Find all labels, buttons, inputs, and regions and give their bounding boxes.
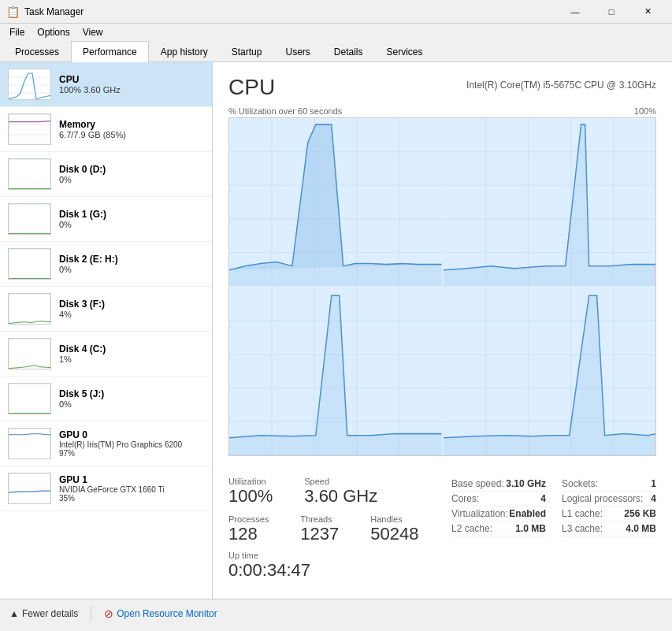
svg-rect-15 [9,473,50,504]
disk1-label: Disk 1 (G:) [59,209,204,220]
detail-title: CPU [228,75,275,100]
info-key-0: Base speed: [451,478,504,489]
stat-threads: Threads 1237 [300,514,339,544]
tab-app-history[interactable]: App history [149,41,220,62]
bottom-bar-separator [91,606,91,622]
maximize-button[interactable]: □ [593,0,629,24]
fewer-details-button[interactable]: ▲ Fewer details [9,608,78,619]
disk3-value: 4% [59,310,204,319]
chevron-up-icon: ▲ [9,608,19,619]
info-val-7: 4.0 MB [626,523,656,534]
info-row-4: Virtualization: Enabled [451,507,546,522]
handles-value: 50248 [370,524,418,544]
cpu-mini-graph [8,69,51,100]
info-row-3: Logical processors: 4 [562,492,656,507]
detail-header: CPU Intel(R) Core(TM) i5-5675C CPU @ 3.1… [228,75,656,100]
memory-mini-graph [8,113,51,145]
window-title: Task Manager [24,6,557,17]
speed-value: 3.60 GHz [304,486,377,507]
disk1-mini-graph [8,203,51,235]
info-val-3: 4 [651,493,656,504]
resource-icon: ⊘ [104,607,113,620]
sidebar: CPU 100% 3.60 GHz Memory 6.7/7.9 GB (85%… [0,62,213,599]
utilization-value: 100% [228,486,273,507]
sidebar-item-disk1[interactable]: Disk 1 (G:) 0% [0,197,212,242]
sidebar-item-memory[interactable]: Memory 6.7/7.9 GB (85%) [0,107,212,152]
info-row-1: Sockets: 1 [562,477,656,492]
tab-users[interactable]: Users [273,41,321,62]
cpu-graph-0 [229,118,442,286]
sidebar-item-disk2[interactable]: Disk 2 (E: H:) 0% [0,242,212,287]
threads-value: 1237 [300,524,339,544]
cpu-value: 100% 3.60 GHz [59,85,204,95]
disk0-value: 0% [59,175,204,184]
cpu-graph-2 [229,288,442,455]
tab-processes[interactable]: Processes [3,41,71,62]
info-val-5: 256 KB [624,508,656,519]
svg-rect-10 [9,249,50,280]
svg-rect-0 [9,69,51,100]
sidebar-item-disk5[interactable]: Disk 5 (J:) 0% [0,377,212,421]
gpu1-mini-graph [8,473,51,504]
stats-left: Utilization 100% Speed 3.60 GHz Processe… [228,466,451,581]
fewer-details-label: Fewer details [22,608,78,619]
tab-details[interactable]: Details [322,41,375,62]
sidebar-item-gpu1[interactable]: GPU 1 NVIDIA GeForce GTX 1660 Ti35% [0,466,212,511]
cpu-graph-1 [444,118,656,286]
gpu0-mini-graph [8,428,51,459]
svg-rect-14 [9,429,50,459]
tab-performance[interactable]: Performance [71,41,149,62]
disk4-mini-graph [8,338,51,369]
svg-rect-9 [9,204,50,235]
sidebar-item-disk4[interactable]: Disk 4 (C:) 1% [0,332,212,377]
close-button[interactable]: ✕ [629,0,666,24]
disk2-value: 0% [59,265,204,274]
sidebar-item-cpu[interactable]: CPU 100% 3.60 GHz [0,62,212,107]
uptime-value: 0:00:34:47 [228,560,451,581]
minimize-button[interactable]: — [557,0,593,24]
sidebar-item-disk3[interactable]: Disk 3 (F:) 4% [0,287,212,332]
info-row-7: L3 cache: 4.0 MB [562,522,656,536]
open-resource-label: Open Resource Monitor [117,608,217,619]
svg-rect-12 [9,339,50,369]
info-key-3: Logical processors: [562,493,643,504]
cpu-graphs-container [228,117,656,456]
graph-label-row: % Utilization over 60 seconds 100% [228,106,656,116]
menu-file[interactable]: File [3,25,31,39]
sidebar-item-disk0[interactable]: Disk 0 (D:) 0% [0,152,212,197]
info-key-6: L2 cache: [451,523,492,534]
app-icon: 📋 [6,6,20,18]
tab-services[interactable]: Services [375,41,435,62]
memory-info: Memory 6.7/7.9 GB (85%) [59,119,204,139]
info-row-6: L2 cache: 1.0 MB [451,522,546,536]
sidebar-item-gpu0[interactable]: GPU 0 Intel(R) Iris(TM) Pro Graphics 620… [0,421,212,466]
handles-label: Handles [370,514,418,524]
stat-processes: Processes 128 [228,514,269,544]
stat-handles: Handles 50248 [370,514,418,544]
stats-row-2: Processes 128 Threads 1237 Handles 50248 [228,514,451,544]
info-row-0: Base speed: 3.10 GHz [451,477,546,492]
bottom-bar: ▲ Fewer details ⊘ Open Resource Monitor [0,599,672,627]
speed-label: Speed [304,477,377,486]
svg-rect-43 [444,288,656,455]
disk3-mini-graph [8,293,51,325]
utilization-label: Utilization [228,477,273,486]
stats-row-1: Utilization 100% Speed 3.60 GHz [228,477,451,507]
info-table: Base speed: 3.10 GHz Sockets: 1 Cores: 4… [451,477,656,536]
menu-options[interactable]: Options [31,25,76,39]
info-val-0: 3.10 GHz [506,478,546,489]
info-val-2: 4 [540,493,546,504]
detail-subtitle: Intel(R) Core(TM) i5-5675C CPU @ 3.10GHz [466,80,656,91]
menu-view[interactable]: View [76,25,110,39]
info-val-6: 1.0 MB [515,523,546,534]
disk0-label: Disk 0 (D:) [59,164,204,175]
threads-label: Threads [300,514,339,524]
disk2-label: Disk 2 (E: H:) [59,254,204,265]
disk4-value: 1% [59,354,204,364]
processes-value: 128 [228,524,269,544]
uptime-row: Up time 0:00:34:47 [228,551,451,581]
info-val-4: Enabled [509,508,546,519]
tab-startup[interactable]: Startup [220,41,274,62]
disk2-mini-graph [8,248,51,280]
open-resource-monitor-button[interactable]: ⊘ Open Resource Monitor [104,607,217,620]
